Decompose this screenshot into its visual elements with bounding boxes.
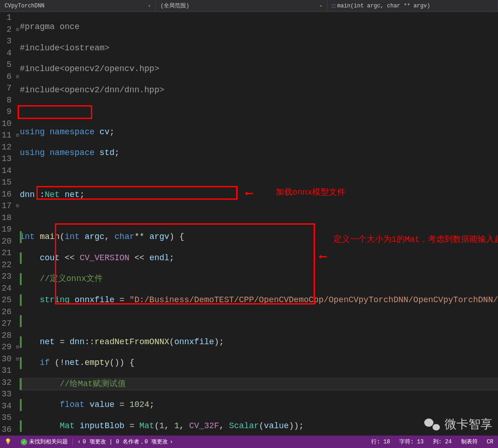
function-selector[interactable]: ⬚ main(int argc, char ** argv) bbox=[327, 0, 498, 12]
fold-toggle bbox=[15, 400, 20, 412]
fold-toggle[interactable]: ⊟ bbox=[15, 71, 20, 83]
line-number-gutter: 1234567891011121314151617181920212223242… bbox=[0, 12, 15, 436]
line-number: 4 bbox=[0, 48, 12, 60]
code-line: string onnxfile = "D:/Business/DemoTEST/… bbox=[20, 294, 498, 306]
status-chars[interactable]: 字符: 13 bbox=[395, 438, 428, 446]
code-line: net = dnn::readNetFromONNX(onnxfile); bbox=[20, 336, 498, 348]
wechat-icon bbox=[424, 417, 440, 432]
dropdown-icon: ▾ bbox=[320, 3, 322, 9]
fold-toggle bbox=[15, 271, 20, 283]
code-line: #pragma once bbox=[20, 21, 498, 33]
dropdown-icon: ▾ bbox=[148, 3, 151, 9]
cube-icon: ⬚ bbox=[332, 2, 335, 9]
status-lightbulb[interactable]: 💡 bbox=[0, 436, 16, 448]
line-number: 16 bbox=[0, 189, 12, 201]
fold-toggle bbox=[15, 294, 20, 306]
code-line: if (!net.empty()) { bbox=[20, 357, 498, 369]
fold-toggle bbox=[15, 224, 20, 236]
line-number: 19 bbox=[0, 224, 12, 236]
chevron-left-icon: ‹ bbox=[77, 439, 81, 445]
top-toolbar: CVpyTorchDNN ▾ (全局范围) ▾ ⬚ main(int argc,… bbox=[0, 0, 498, 12]
code-line: using namespace cv; bbox=[20, 126, 498, 138]
project-name: CVpyTorchDNN bbox=[5, 3, 44, 9]
line-number: 18 bbox=[0, 212, 12, 224]
line-number: 10 bbox=[0, 118, 12, 130]
code-line: float value = 1024; bbox=[20, 399, 498, 411]
watermark-text: 微卡智享 bbox=[445, 416, 492, 432]
line-number: 14 bbox=[0, 165, 12, 177]
fold-toggle bbox=[15, 48, 20, 60]
code-line bbox=[20, 210, 498, 222]
line-number: 21 bbox=[0, 247, 12, 259]
line-number: 3 bbox=[0, 36, 12, 48]
fold-column[interactable]: ⊟⊟⊟⊟⊟⊟ bbox=[15, 12, 20, 436]
status-line[interactable]: 行: 18 bbox=[367, 438, 395, 446]
line-number: 32 bbox=[0, 377, 12, 389]
line-number: 7 bbox=[0, 83, 12, 95]
fold-toggle bbox=[15, 177, 20, 189]
line-number: 30 bbox=[0, 353, 12, 365]
line-number: 20 bbox=[0, 236, 12, 248]
status-tabs[interactable]: 制表符 bbox=[456, 438, 482, 446]
line-number: 27 bbox=[0, 318, 12, 330]
fold-toggle bbox=[15, 283, 20, 295]
status-issues[interactable]: ✓ 未找到相关问题 bbox=[16, 436, 72, 448]
line-number: 13 bbox=[0, 153, 12, 165]
fold-toggle bbox=[15, 212, 20, 224]
line-number: 8 bbox=[0, 95, 12, 107]
line-number: 34 bbox=[0, 400, 12, 412]
line-number: 24 bbox=[0, 283, 12, 295]
status-changes[interactable]: ‹ 0 项更改 | 0 名作者，0 项更改 › bbox=[73, 436, 178, 448]
code-line: using namespace std; bbox=[20, 147, 498, 159]
fold-toggle bbox=[15, 318, 20, 330]
line-number: 17 bbox=[0, 200, 12, 212]
fold-toggle bbox=[15, 330, 20, 342]
code-line bbox=[20, 168, 498, 180]
status-crlf[interactable]: CR bbox=[482, 439, 498, 445]
line-number: 25 bbox=[0, 294, 12, 306]
code-editor[interactable]: 1234567891011121314151617181920212223242… bbox=[0, 12, 498, 436]
project-selector[interactable]: CVpyTorchDNN ▾ bbox=[0, 0, 156, 12]
fold-toggle bbox=[15, 12, 20, 24]
issues-text: 未找到相关问题 bbox=[29, 438, 68, 446]
status-bar: 💡 ✓ 未找到相关问题 ‹ 0 项更改 | 0 名作者，0 项更改 › 行: 1… bbox=[0, 436, 498, 448]
fold-toggle bbox=[15, 365, 20, 377]
line-number: 15 bbox=[0, 177, 12, 189]
line-number: 9 bbox=[0, 106, 12, 118]
line-number: 12 bbox=[0, 142, 12, 154]
fold-toggle bbox=[15, 247, 20, 259]
line-number: 35 bbox=[0, 412, 12, 424]
code-line-current: //给Mat赋测试值 bbox=[20, 378, 498, 390]
code-area[interactable]: #pragma once #include<iostream> #include… bbox=[20, 12, 498, 436]
code-line: #include<opencv2/opencv.hpp> bbox=[20, 63, 498, 75]
fold-toggle bbox=[15, 259, 20, 271]
fold-toggle bbox=[15, 377, 20, 389]
status-col[interactable]: 列: 24 bbox=[428, 438, 456, 446]
code-line: #include<iostream> bbox=[20, 42, 498, 54]
fold-toggle bbox=[15, 388, 20, 400]
fold-toggle bbox=[15, 165, 20, 177]
line-number: 6 bbox=[0, 71, 12, 83]
code-line: //定义onnx文件 bbox=[20, 273, 498, 285]
fold-toggle bbox=[15, 153, 20, 165]
scope-selector[interactable]: (全局范围) ▾ bbox=[156, 0, 327, 12]
fold-toggle[interactable]: ⊟ bbox=[15, 341, 20, 353]
fold-toggle bbox=[15, 142, 20, 154]
fold-toggle bbox=[15, 189, 20, 201]
fold-toggle[interactable]: ⊟ bbox=[15, 24, 20, 36]
line-number: 11 bbox=[0, 130, 12, 142]
fold-toggle[interactable]: ⊟ bbox=[15, 353, 20, 365]
line-number: 33 bbox=[0, 388, 12, 400]
code-line: int main(int argc, char** argv) { bbox=[20, 231, 498, 243]
line-number: 29 bbox=[0, 341, 12, 353]
fold-toggle[interactable]: ⊟ bbox=[15, 200, 20, 212]
changes-text: 0 项更改 | 0 名作者，0 项更改 bbox=[83, 438, 168, 446]
fold-toggle bbox=[15, 306, 20, 318]
watermark: 微卡智享 bbox=[424, 416, 492, 432]
fold-toggle[interactable]: ⊟ bbox=[15, 130, 20, 142]
fold-toggle bbox=[15, 59, 20, 71]
fold-toggle bbox=[15, 236, 20, 248]
line-number: 1 bbox=[0, 12, 12, 24]
fold-toggle bbox=[15, 424, 20, 436]
check-icon: ✓ bbox=[21, 439, 27, 445]
